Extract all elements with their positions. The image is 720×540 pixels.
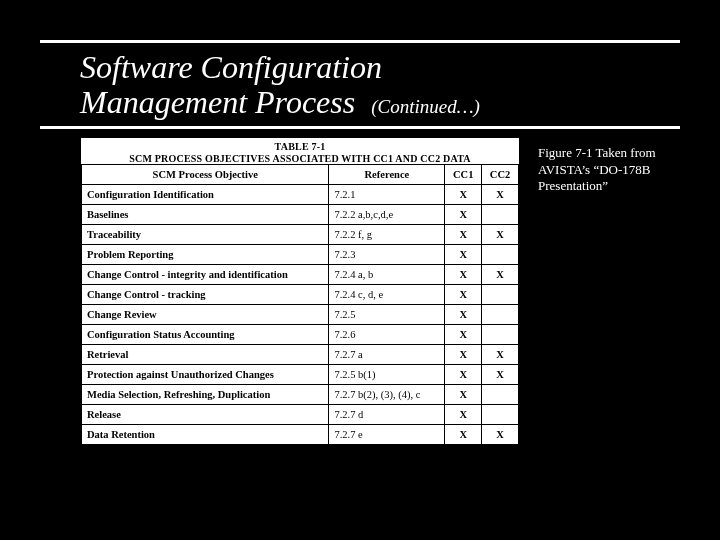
cell-reference: 7.2.7 e — [329, 425, 445, 445]
title-line2: Management Process — [80, 85, 355, 120]
slide: Software Configuration Management Proces… — [0, 0, 720, 540]
cell-cc2 — [482, 385, 519, 405]
content-row: TABLE 7-1 SCM PROCESS OBJECTIVES ASSOCIA… — [0, 129, 720, 446]
table-row: Media Selection, Refreshing, Duplication… — [82, 385, 519, 405]
table-row: Release7.2.7 dX — [82, 405, 519, 425]
table-row: Traceability7.2.2 f, gXX — [82, 225, 519, 245]
cell-cc2 — [482, 325, 519, 345]
cell-cc1: X — [445, 225, 482, 245]
th-cc2: CC2 — [482, 165, 519, 185]
cell-cc2 — [482, 245, 519, 265]
table-header-row: SCM Process Objective Reference CC1 CC2 — [82, 165, 519, 185]
table-row: Configuration Identification7.2.1XX — [82, 185, 519, 205]
cell-objective: Configuration Status Accounting — [82, 325, 329, 345]
cell-cc1: X — [445, 405, 482, 425]
cell-objective: Problem Reporting — [82, 245, 329, 265]
cell-objective: Retrieval — [82, 345, 329, 365]
title-continued: (Continued…) — [365, 96, 480, 118]
cell-cc2: X — [482, 365, 519, 385]
cell-cc1: X — [445, 185, 482, 205]
caption-line1: Figure 7-1 Taken from — [538, 145, 680, 161]
cell-reference: 7.2.1 — [329, 185, 445, 205]
cell-reference: 7.2.2 f, g — [329, 225, 445, 245]
cell-cc1: X — [445, 325, 482, 345]
cell-objective: Change Review — [82, 305, 329, 325]
cell-cc2: X — [482, 425, 519, 445]
table-row: Baselines7.2.2 a,b,c,d,eX — [82, 205, 519, 225]
cell-objective: Release — [82, 405, 329, 425]
cell-objective: Media Selection, Refreshing, Duplication — [82, 385, 329, 405]
th-cc1: CC1 — [445, 165, 482, 185]
cell-reference: 7.2.5 — [329, 305, 445, 325]
table-row: Configuration Status Accounting7.2.6X — [82, 325, 519, 345]
title-block: Software Configuration Management Proces… — [0, 43, 720, 126]
table-caption: TABLE 7-1 SCM PROCESS OBJECTIVES ASSOCIA… — [81, 138, 519, 164]
cell-objective: Protection against Unauthorized Changes — [82, 365, 329, 385]
table-row: Data Retention7.2.7 eXX — [82, 425, 519, 445]
cell-objective: Baselines — [82, 205, 329, 225]
table-row: Protection against Unauthorized Changes7… — [82, 365, 519, 385]
caption-line3: Presentation” — [538, 178, 680, 194]
th-objective: SCM Process Objective — [82, 165, 329, 185]
cell-cc1: X — [445, 265, 482, 285]
cell-objective: Change Control - tracking — [82, 285, 329, 305]
cell-cc1: X — [445, 285, 482, 305]
cell-cc2: X — [482, 345, 519, 365]
cell-reference: 7.2.3 — [329, 245, 445, 265]
cell-reference: 7.2.7 b(2), (3), (4), c — [329, 385, 445, 405]
cell-reference: 7.2.4 c, d, e — [329, 285, 445, 305]
table-row: Problem Reporting7.2.3X — [82, 245, 519, 265]
table-caption-line1: TABLE 7-1 — [85, 141, 515, 152]
cell-cc2 — [482, 405, 519, 425]
table-row: Retrieval7.2.7 aXX — [82, 345, 519, 365]
cell-cc1: X — [445, 365, 482, 385]
cell-cc1: X — [445, 305, 482, 325]
th-reference: Reference — [329, 165, 445, 185]
cell-cc2: X — [482, 265, 519, 285]
table-container: TABLE 7-1 SCM PROCESS OBJECTIVES ASSOCIA… — [80, 137, 520, 446]
table-row: Change Control - tracking7.2.4 c, d, eX — [82, 285, 519, 305]
table-row: Change Review7.2.5X — [82, 305, 519, 325]
cell-cc1: X — [445, 245, 482, 265]
scm-table: SCM Process Objective Reference CC1 CC2 … — [81, 164, 519, 445]
cell-cc2: X — [482, 185, 519, 205]
figure-caption: Figure 7-1 Taken from AVISTA’s “DO-178B … — [538, 137, 680, 194]
cell-objective: Configuration Identification — [82, 185, 329, 205]
cell-cc1: X — [445, 345, 482, 365]
title-row: Management Process (Continued…) — [80, 85, 672, 120]
table-body: Configuration Identification7.2.1XXBasel… — [82, 185, 519, 445]
title-line1: Software Configuration — [80, 50, 672, 85]
cell-reference: 7.2.6 — [329, 325, 445, 345]
cell-reference: 7.2.7 d — [329, 405, 445, 425]
cell-reference: 7.2.2 a,b,c,d,e — [329, 205, 445, 225]
table-row: Change Control - integrity and identific… — [82, 265, 519, 285]
cell-objective: Change Control - integrity and identific… — [82, 265, 329, 285]
caption-line2: AVISTA’s “DO-178B — [538, 162, 680, 178]
table-caption-line2: SCM PROCESS OBJECTIVES ASSOCIATED WITH C… — [85, 153, 515, 164]
cell-reference: 7.2.5 b(1) — [329, 365, 445, 385]
cell-reference: 7.2.4 a, b — [329, 265, 445, 285]
cell-cc2 — [482, 285, 519, 305]
cell-objective: Traceability — [82, 225, 329, 245]
cell-cc2 — [482, 205, 519, 225]
cell-reference: 7.2.7 a — [329, 345, 445, 365]
cell-cc1: X — [445, 385, 482, 405]
cell-objective: Data Retention — [82, 425, 329, 445]
cell-cc2: X — [482, 225, 519, 245]
cell-cc1: X — [445, 205, 482, 225]
cell-cc1: X — [445, 425, 482, 445]
cell-cc2 — [482, 305, 519, 325]
